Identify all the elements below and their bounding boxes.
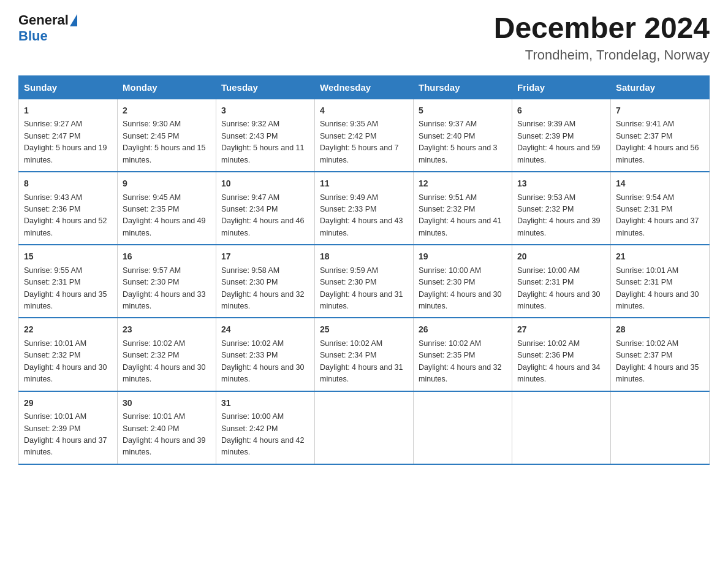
calendar-cell: 31 Sunrise: 10:00 AMSunset: 2:42 PMDayli… [216,391,315,464]
month-title: December 2024 [494,12,710,45]
calendar-week-row: 8 Sunrise: 9:43 AMSunset: 2:36 PMDayligh… [19,172,710,245]
day-number: 2 [123,104,211,118]
calendar-cell: 6 Sunrise: 9:39 AMSunset: 2:39 PMDayligh… [512,99,611,172]
calendar-cell: 30 Sunrise: 10:01 AMSunset: 2:40 PMDayli… [118,391,216,464]
location-title: Trondheim, Trondelag, Norway [494,47,710,63]
day-number: 14 [616,177,704,191]
calendar-cell: 14 Sunrise: 9:54 AMSunset: 2:31 PMDaylig… [611,172,710,245]
day-number: 6 [517,104,605,118]
calendar-cell: 26 Sunrise: 10:02 AMSunset: 2:35 PMDayli… [414,318,512,391]
day-number: 18 [320,250,408,264]
calendar-cell: 18 Sunrise: 9:59 AMSunset: 2:30 PMDaylig… [315,245,414,318]
calendar-cell: 7 Sunrise: 9:41 AMSunset: 2:37 PMDayligh… [611,99,710,172]
calendar-body: 1 Sunrise: 9:27 AMSunset: 2:47 PMDayligh… [19,99,710,464]
day-info: Sunrise: 9:41 AMSunset: 2:37 PMDaylight:… [616,120,699,164]
day-info: Sunrise: 10:02 AMSunset: 2:37 PMDaylight… [616,339,699,383]
calendar-cell: 8 Sunrise: 9:43 AMSunset: 2:36 PMDayligh… [19,172,118,245]
day-number: 29 [24,397,112,410]
calendar-cell: 15 Sunrise: 9:55 AMSunset: 2:31 PMDaylig… [19,245,118,318]
calendar-header-row: SundayMondayTuesdayWednesdayThursdayFrid… [19,75,710,99]
day-info: Sunrise: 9:58 AMSunset: 2:30 PMDaylight:… [221,266,305,310]
calendar-cell: 17 Sunrise: 9:58 AMSunset: 2:30 PMDaylig… [216,245,315,318]
page-header: General Blue December 2024 Trondheim, Tr… [18,12,710,63]
calendar-week-row: 29 Sunrise: 10:01 AMSunset: 2:39 PMDayli… [19,391,710,464]
day-number: 8 [24,177,112,191]
day-of-week-header: Monday [118,75,216,99]
day-number: 12 [419,177,507,191]
day-number: 25 [320,323,408,337]
day-info: Sunrise: 9:43 AMSunset: 2:36 PMDaylight:… [24,193,107,237]
day-number: 10 [221,177,309,191]
calendar-cell: 2 Sunrise: 9:30 AMSunset: 2:45 PMDayligh… [118,99,216,172]
calendar-cell: 25 Sunrise: 10:02 AMSunset: 2:34 PMDayli… [315,318,414,391]
calendar-cell: 3 Sunrise: 9:32 AMSunset: 2:43 PMDayligh… [216,99,315,172]
day-number: 4 [320,104,408,118]
day-number: 31 [221,397,309,410]
day-number: 1 [24,104,112,118]
calendar-cell: 24 Sunrise: 10:02 AMSunset: 2:33 PMDayli… [216,318,315,391]
day-info: Sunrise: 10:01 AMSunset: 2:39 PMDaylight… [24,412,107,456]
day-info: Sunrise: 9:49 AMSunset: 2:33 PMDaylight:… [320,193,403,237]
day-info: Sunrise: 9:37 AMSunset: 2:40 PMDaylight:… [419,120,498,164]
day-info: Sunrise: 9:59 AMSunset: 2:30 PMDaylight:… [320,266,403,310]
logo-general-text: General [18,12,69,28]
calendar-week-row: 22 Sunrise: 10:01 AMSunset: 2:32 PMDayli… [19,318,710,391]
calendar-cell: 22 Sunrise: 10:01 AMSunset: 2:32 PMDayli… [19,318,118,391]
calendar-cell: 27 Sunrise: 10:02 AMSunset: 2:36 PMDayli… [512,318,611,391]
calendar-cell: 21 Sunrise: 10:01 AMSunset: 2:31 PMDayli… [611,245,710,318]
day-number: 16 [123,250,211,264]
calendar-cell [315,391,414,464]
calendar-table: SundayMondayTuesdayWednesdayThursdayFrid… [18,75,710,465]
day-info: Sunrise: 9:54 AMSunset: 2:31 PMDaylight:… [616,193,699,237]
day-of-week-header: Sunday [19,75,118,99]
day-info: Sunrise: 9:57 AMSunset: 2:30 PMDaylight:… [123,266,206,310]
day-info: Sunrise: 9:53 AMSunset: 2:32 PMDaylight:… [517,193,601,237]
day-info: Sunrise: 9:39 AMSunset: 2:39 PMDaylight:… [517,120,601,164]
calendar-cell: 29 Sunrise: 10:01 AMSunset: 2:39 PMDayli… [19,391,118,464]
day-info: Sunrise: 10:00 AMSunset: 2:30 PMDaylight… [419,266,502,310]
title-section: December 2024 Trondheim, Trondelag, Norw… [494,12,710,63]
day-number: 27 [517,323,605,337]
day-info: Sunrise: 9:45 AMSunset: 2:35 PMDaylight:… [123,193,206,237]
day-info: Sunrise: 10:02 AMSunset: 2:33 PMDaylight… [221,339,305,383]
day-number: 28 [616,323,704,337]
day-of-week-header: Tuesday [216,75,315,99]
day-info: Sunrise: 10:01 AMSunset: 2:32 PMDaylight… [24,339,107,383]
day-number: 23 [123,323,211,337]
calendar-cell: 1 Sunrise: 9:27 AMSunset: 2:47 PMDayligh… [19,99,118,172]
day-number: 13 [517,177,605,191]
day-info: Sunrise: 10:02 AMSunset: 2:32 PMDaylight… [123,339,206,383]
day-number: 11 [320,177,408,191]
day-number: 17 [221,250,309,264]
day-info: Sunrise: 9:32 AMSunset: 2:43 PMDaylight:… [221,120,305,164]
day-info: Sunrise: 9:30 AMSunset: 2:45 PMDaylight:… [123,120,206,164]
day-number: 7 [616,104,704,118]
calendar-cell: 13 Sunrise: 9:53 AMSunset: 2:32 PMDaylig… [512,172,611,245]
day-number: 15 [24,250,112,264]
day-number: 26 [419,323,507,337]
day-of-week-header: Saturday [611,75,710,99]
day-info: Sunrise: 9:47 AMSunset: 2:34 PMDaylight:… [221,193,305,237]
day-number: 22 [24,323,112,337]
calendar-cell: 28 Sunrise: 10:02 AMSunset: 2:37 PMDayli… [611,318,710,391]
calendar-cell: 20 Sunrise: 10:00 AMSunset: 2:31 PMDayli… [512,245,611,318]
day-info: Sunrise: 10:01 AMSunset: 2:40 PMDaylight… [123,412,206,456]
calendar-week-row: 1 Sunrise: 9:27 AMSunset: 2:47 PMDayligh… [19,99,710,172]
day-number: 20 [517,250,605,264]
day-info: Sunrise: 10:00 AMSunset: 2:42 PMDaylight… [221,412,305,456]
day-info: Sunrise: 10:00 AMSunset: 2:31 PMDaylight… [517,266,601,310]
day-info: Sunrise: 9:27 AMSunset: 2:47 PMDaylight:… [24,120,107,164]
day-info: Sunrise: 10:02 AMSunset: 2:36 PMDaylight… [517,339,601,383]
day-number: 24 [221,323,309,337]
calendar-cell: 5 Sunrise: 9:37 AMSunset: 2:40 PMDayligh… [414,99,512,172]
day-info: Sunrise: 10:02 AMSunset: 2:35 PMDaylight… [419,339,502,383]
logo-blue-text: Blue [18,28,48,44]
day-number: 21 [616,250,704,264]
calendar-cell: 23 Sunrise: 10:02 AMSunset: 2:32 PMDayli… [118,318,216,391]
day-info: Sunrise: 9:55 AMSunset: 2:31 PMDaylight:… [24,266,107,310]
day-of-week-header: Thursday [414,75,512,99]
calendar-cell: 11 Sunrise: 9:49 AMSunset: 2:33 PMDaylig… [315,172,414,245]
calendar-cell: 12 Sunrise: 9:51 AMSunset: 2:32 PMDaylig… [414,172,512,245]
day-info: Sunrise: 9:51 AMSunset: 2:32 PMDaylight:… [419,193,502,237]
calendar-cell: 16 Sunrise: 9:57 AMSunset: 2:30 PMDaylig… [118,245,216,318]
